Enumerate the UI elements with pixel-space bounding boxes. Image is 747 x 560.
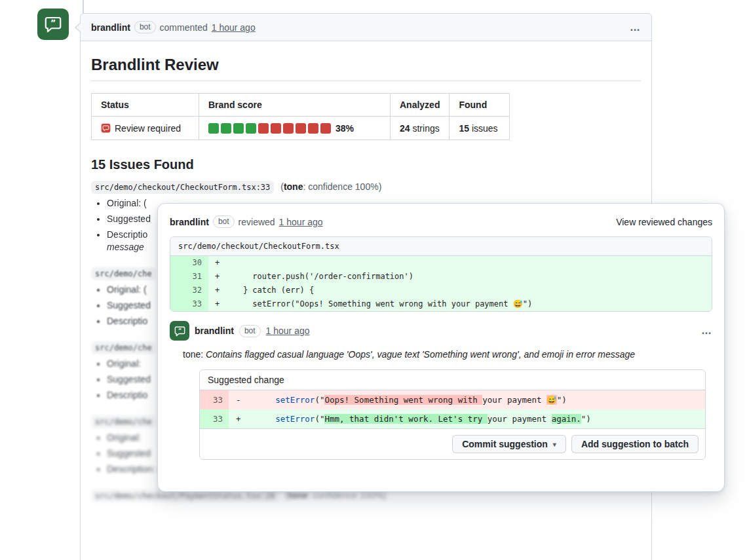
review-header: brandlint bot reviewed 1 hour ago View r… bbox=[170, 215, 712, 228]
file-path-chip: src/demo/che bbox=[91, 415, 156, 428]
diff-line: 32 + } catch (err) { bbox=[170, 284, 712, 297]
review-required-icon bbox=[101, 123, 111, 133]
diff-line: 31 + router.push('/order-confirmation') bbox=[170, 270, 712, 284]
commit-suggestion-button[interactable]: Commit suggestion▾ bbox=[452, 435, 566, 453]
review-timestamp-link[interactable]: 1 hour ago bbox=[279, 217, 323, 227]
analyzed-count: 24 bbox=[400, 123, 410, 134]
tone-description: tone: Contains flagged casual language '… bbox=[183, 347, 689, 362]
line-number: 32 bbox=[170, 284, 208, 297]
svg-text:”: ” bbox=[178, 327, 181, 333]
diff-line: 30 + bbox=[170, 256, 712, 270]
svg-text:”: ” bbox=[50, 18, 56, 28]
line-number: 33 bbox=[200, 390, 229, 409]
diff-sign: - bbox=[229, 390, 246, 409]
page: ” brandlint bot commented 1 hour ago … B… bbox=[0, 0, 747, 560]
issues-heading: 15 Issues Found bbox=[91, 157, 641, 172]
chevron-down-icon: ▾ bbox=[553, 441, 556, 448]
score-square bbox=[233, 123, 244, 134]
suggestion-deletion-line: 33 - setError("Oops! Something went wron… bbox=[200, 390, 705, 409]
diff-code: } catch (err) { bbox=[224, 284, 314, 297]
brandlint-avatar-small[interactable]: ” bbox=[170, 321, 189, 341]
diff-sign: + bbox=[208, 297, 224, 311]
speech-bubble-icon: ” bbox=[174, 325, 186, 337]
diff-sign: + bbox=[229, 409, 246, 428]
line-number: 33 bbox=[170, 297, 208, 311]
diff-sign: + bbox=[208, 284, 224, 297]
add-suggestion-to-batch-button[interactable]: Add suggestion to batch bbox=[571, 435, 699, 453]
table-header-found: Found bbox=[450, 94, 510, 117]
diff-code: setError("Hmm, that didn't work. Let's t… bbox=[246, 409, 591, 428]
table-header-status: Status bbox=[92, 94, 199, 117]
issue-path-line: src/demo/checkout/CheckoutForm.tsx:33 (t… bbox=[91, 181, 641, 192]
line-number: 30 bbox=[170, 256, 208, 270]
diff-code: setError("Oops! Something went wrong wit… bbox=[246, 390, 567, 409]
score-square bbox=[208, 123, 219, 134]
score-square bbox=[221, 123, 231, 134]
suggestion-actions: Commit suggestion▾ Add suggestion to bat… bbox=[200, 428, 705, 459]
comment-author[interactable]: brandlint bbox=[91, 22, 130, 33]
suggested-change-box: Suggested change 33 - setError("Oops! So… bbox=[199, 369, 706, 460]
score-percent: 38% bbox=[335, 123, 354, 134]
table-row: Review required 38% 24 strings 15 issues bbox=[92, 117, 510, 140]
tone-note: (tone: confidence 100%) bbox=[280, 181, 381, 192]
score-square bbox=[296, 123, 306, 134]
diff-box: src/demo/checkout/CheckoutForm.tsx 30 + … bbox=[170, 236, 712, 312]
review-action: reviewed bbox=[239, 217, 275, 227]
brand-score-cell: 38% bbox=[199, 117, 391, 140]
suggestion-addition-line: 33 + setError("Hmm, that didn't work. Le… bbox=[200, 409, 705, 428]
file-path-chip: src/demo/che bbox=[91, 267, 156, 280]
kebab-menu-icon[interactable]: … bbox=[630, 24, 641, 31]
diff-line: 33 + setError("Oops! Something went wron… bbox=[170, 297, 712, 311]
bot-badge: bot bbox=[213, 215, 235, 228]
found-cell: 15 issues bbox=[450, 117, 510, 140]
inline-comment-author[interactable]: brandlint bbox=[195, 326, 234, 336]
analyzed-cell: 24 strings bbox=[391, 117, 450, 140]
found-count: 15 bbox=[459, 123, 469, 134]
issue-bullet-wrap: message bbox=[107, 242, 144, 252]
score-square bbox=[320, 123, 331, 134]
tone-label: tone: bbox=[183, 349, 206, 360]
review-summary-table: Status Brand score Analyzed Found bbox=[91, 93, 510, 140]
inline-comment-header: ” brandlint bot 1 hour ago … bbox=[170, 321, 712, 341]
diff-sign: + bbox=[208, 256, 224, 270]
bot-badge: bot bbox=[239, 325, 261, 337]
tone-text: Contains flagged casual language 'Oops',… bbox=[206, 349, 635, 360]
timeline-line bbox=[83, 0, 84, 14]
table-header-analyzed: Analyzed bbox=[391, 94, 450, 117]
kebab-menu-icon[interactable]: … bbox=[701, 327, 712, 334]
diff-file-header[interactable]: src/demo/checkout/CheckoutForm.tsx bbox=[170, 237, 712, 256]
brandlint-avatar[interactable]: ” bbox=[37, 9, 69, 40]
score-square bbox=[308, 123, 318, 134]
bot-badge: bot bbox=[134, 21, 156, 33]
inline-comment-timestamp-link[interactable]: 1 hour ago bbox=[266, 326, 310, 336]
comment-card-header: brandlint bot commented 1 hour ago … bbox=[81, 14, 651, 41]
diff-code: router.push('/order-confirmation') bbox=[224, 270, 413, 284]
score-square bbox=[271, 123, 281, 134]
score-square bbox=[283, 123, 294, 134]
table-header-score: Brand score bbox=[199, 94, 391, 117]
suggested-change-title: Suggested change bbox=[200, 370, 705, 390]
review-author[interactable]: brandlint bbox=[170, 217, 209, 227]
diff-code: setError("Oops! Something went wrong wit… bbox=[224, 297, 532, 311]
line-number: 33 bbox=[200, 409, 229, 428]
speech-bubble-icon: ” bbox=[43, 14, 63, 34]
file-path-chip: src/demo/che bbox=[91, 341, 156, 354]
status-cell: Review required bbox=[101, 123, 189, 134]
file-path-chip: src/demo/checkout/CheckoutForm.tsx:33 bbox=[91, 181, 274, 194]
comment-timestamp-link[interactable]: 1 hour ago bbox=[212, 22, 256, 33]
diff-sign: + bbox=[208, 270, 224, 284]
score-square bbox=[246, 123, 256, 134]
view-reviewed-changes-link[interactable]: View reviewed changes bbox=[616, 217, 712, 227]
comment-action: commented bbox=[160, 22, 208, 33]
comment-caret-inner bbox=[76, 23, 81, 32]
review-overlay: brandlint bot reviewed 1 hour ago View r… bbox=[157, 203, 725, 492]
review-title: Brandlint Review bbox=[91, 56, 641, 81]
score-square bbox=[258, 123, 269, 134]
found-unit: issues bbox=[469, 123, 498, 134]
line-number: 31 bbox=[170, 270, 208, 284]
status-label: Review required bbox=[115, 123, 181, 134]
analyzed-unit: strings bbox=[410, 123, 440, 134]
